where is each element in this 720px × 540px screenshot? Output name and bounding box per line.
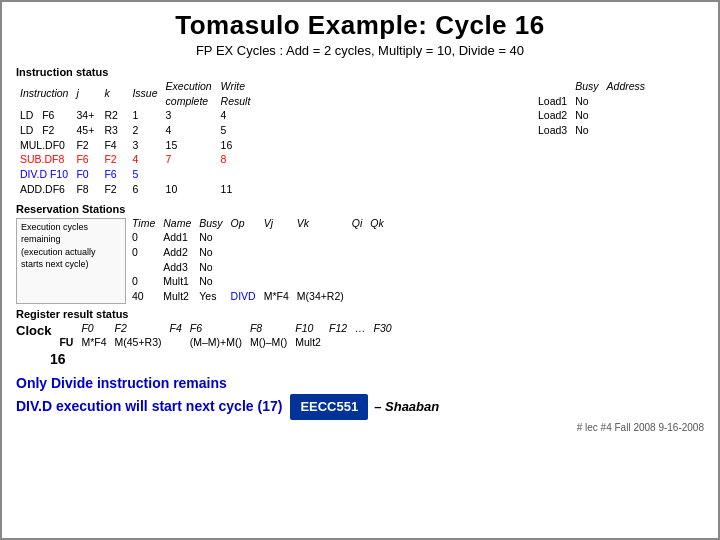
rs-row-4: 40 Mult2 Yes DIVD M*F4 M(34+R2) bbox=[128, 289, 388, 304]
write-1: 5 bbox=[217, 123, 257, 138]
rs-qi-4 bbox=[348, 289, 367, 304]
rs-time-3: 0 bbox=[128, 274, 159, 289]
col-k: k bbox=[100, 79, 128, 108]
note-line-4: starts next cycle) bbox=[21, 259, 89, 269]
reg-col-f6: F6 bbox=[186, 321, 246, 336]
j-4: F0 bbox=[72, 167, 100, 182]
reg-col-f12: F12 bbox=[325, 321, 351, 336]
load-addr-2 bbox=[603, 123, 650, 138]
j-2: F2 bbox=[72, 138, 100, 153]
register-header-row: F0 F2 F4 F6 F8 F10 F12 … F30 bbox=[55, 321, 395, 336]
load-name-0: Load1 bbox=[534, 94, 571, 109]
rs-rows-area: Execution cycles remaining (execution ac… bbox=[16, 216, 526, 304]
badge-text: EECC551 bbox=[300, 399, 358, 414]
reg-col-f4: F4 bbox=[165, 321, 185, 336]
load-name-2: Load3 bbox=[534, 123, 571, 138]
rs-name-1: Add2 bbox=[159, 245, 195, 260]
spacer-top bbox=[534, 66, 704, 79]
write-3: 8 bbox=[217, 152, 257, 167]
bottom-line2-area: DIV.D execution will start next cycle (1… bbox=[16, 394, 704, 420]
instr-row-0: LD F6 34+ R2 1 3 4 bbox=[16, 108, 257, 123]
rs-op-2 bbox=[227, 260, 260, 275]
issue-1: 2 bbox=[128, 123, 161, 138]
rs-name-2: Add3 bbox=[159, 260, 195, 275]
issue-0: 1 bbox=[128, 108, 161, 123]
write-0: 4 bbox=[217, 108, 257, 123]
rs-note-box: Execution cycles remaining (execution ac… bbox=[16, 218, 126, 304]
issue-5: 6 bbox=[128, 182, 161, 197]
slide-title: Tomasulo Example: Cycle 16 bbox=[16, 10, 704, 41]
load-addr-1 bbox=[603, 108, 650, 123]
rs-name-3: Mult1 bbox=[159, 274, 195, 289]
reg-f8: M()–M() bbox=[246, 335, 291, 350]
reg-col-f0: F0 bbox=[77, 321, 110, 336]
shaaban-text: – Shaaban bbox=[374, 397, 439, 417]
rs-busy-1: No bbox=[195, 245, 226, 260]
note-line-3: (execution actually bbox=[21, 247, 96, 257]
bottom-line2: DIV.D execution will start next cycle (1… bbox=[16, 396, 282, 417]
rs-qk-2 bbox=[366, 260, 387, 275]
rs-name-4: Mult2 bbox=[159, 289, 195, 304]
rs-row-1: 0 Add2 No bbox=[128, 245, 388, 260]
col-j: j bbox=[72, 79, 100, 108]
instr-2: MUL.DF0 bbox=[16, 138, 72, 153]
exec-4 bbox=[162, 167, 217, 182]
rs-busy-0: No bbox=[195, 230, 226, 245]
rs-qk-4 bbox=[366, 289, 387, 304]
rs-op-4: DIVD bbox=[227, 289, 260, 304]
rs-vj-3 bbox=[260, 274, 293, 289]
register-table: F0 F2 F4 F6 F8 F10 F12 … F30 FU M*F4 M(4… bbox=[55, 321, 395, 350]
reg-fu-label: FU bbox=[55, 335, 77, 350]
instruction-status-text: Instruction status bbox=[16, 66, 108, 78]
j-5: F8 bbox=[72, 182, 100, 197]
note-line-2: remaining bbox=[21, 234, 61, 244]
rs-vj-1 bbox=[260, 245, 293, 260]
reg-col-f2: F2 bbox=[111, 321, 166, 336]
rs-time-2 bbox=[128, 260, 159, 275]
instr-1: LD F2 bbox=[16, 123, 72, 138]
rs-time-1: 0 bbox=[128, 245, 159, 260]
rs-vj-0 bbox=[260, 230, 293, 245]
register-label: Register result status bbox=[16, 308, 704, 320]
reg-col-fu bbox=[55, 321, 77, 336]
bottom-text: Only Divide instruction remains DIV.D ex… bbox=[16, 373, 704, 420]
write-2: 16 bbox=[217, 138, 257, 153]
rs-qk-1 bbox=[366, 245, 387, 260]
load-busy-2: No bbox=[571, 123, 602, 138]
instruction-table: Instruction j k Issue Executioncomplete … bbox=[16, 79, 257, 197]
rs-busy-2: No bbox=[195, 260, 226, 275]
rs-col-qi: Qi bbox=[348, 216, 367, 231]
rs-row-2: Add3 No bbox=[128, 260, 388, 275]
clock-value: 16 bbox=[50, 351, 66, 367]
rs-vk-1 bbox=[293, 245, 348, 260]
k-0: R2 bbox=[100, 108, 128, 123]
rs-op-0 bbox=[227, 230, 260, 245]
exec-2: 15 bbox=[162, 138, 217, 153]
col-exec: Executioncomplete bbox=[162, 79, 217, 108]
rs-vk-2 bbox=[293, 260, 348, 275]
rs-vj-4: M*F4 bbox=[260, 289, 293, 304]
instr-row-5: ADD.DF6 F8 F2 6 10 11 bbox=[16, 182, 257, 197]
instr-row-2: MUL.DF0 F2 F4 3 15 16 bbox=[16, 138, 257, 153]
instr-row-3: SUB.DF8 F6 F2 4 7 8 bbox=[16, 152, 257, 167]
rs-name-0: Add1 bbox=[159, 230, 195, 245]
col-write: WriteResult bbox=[217, 79, 257, 108]
instruction-header-row: Instruction j k Issue Executioncomplete … bbox=[16, 79, 257, 108]
rs-col-name: Name bbox=[159, 216, 195, 231]
k-1: R3 bbox=[100, 123, 128, 138]
rs-qi-2 bbox=[348, 260, 367, 275]
clock-register-row: Clock F0 F2 F4 F6 F8 F10 F12 … F30 FU M*… bbox=[16, 321, 704, 350]
reg-f12 bbox=[325, 335, 351, 350]
j-1: 45+ bbox=[72, 123, 100, 138]
rs-qi-0 bbox=[348, 230, 367, 245]
slide: Tomasulo Example: Cycle 16 FP EX Cycles … bbox=[0, 0, 720, 540]
load-col-empty bbox=[534, 79, 571, 94]
issue-4: 5 bbox=[128, 167, 161, 182]
bottom-line1: Only Divide instruction remains bbox=[16, 373, 704, 394]
rs-qk-3 bbox=[366, 274, 387, 289]
exec-3: 7 bbox=[162, 152, 217, 167]
load-table: Busy Address Load1 No Load2 No Load3 No bbox=[534, 79, 649, 138]
load-busy-0: No bbox=[571, 94, 602, 109]
load-name-1: Load2 bbox=[534, 108, 571, 123]
issue-2: 3 bbox=[128, 138, 161, 153]
